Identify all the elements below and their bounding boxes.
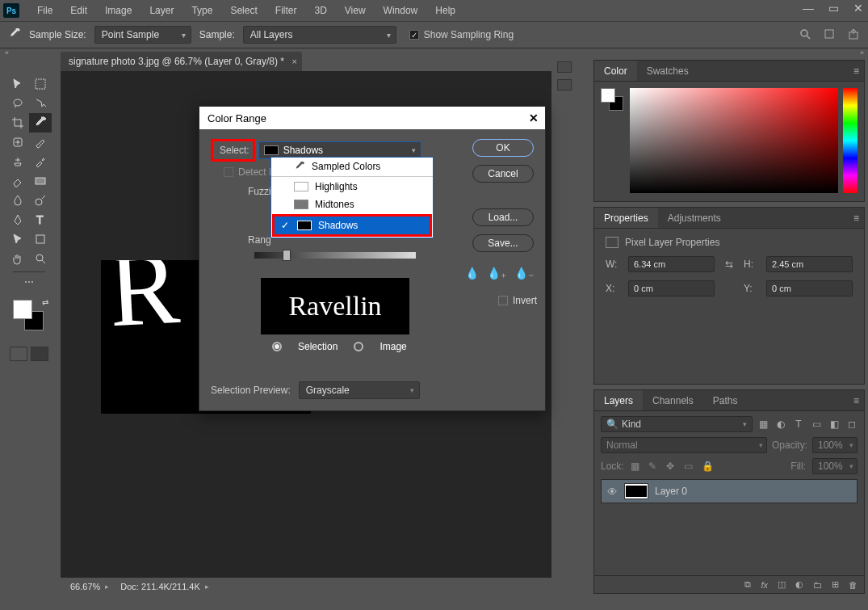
standard-mode-icon[interactable] <box>10 347 27 361</box>
layer-thumbnail[interactable] <box>624 483 648 499</box>
search-icon[interactable] <box>799 27 811 43</box>
filter-type-icon[interactable]: T <box>793 419 804 430</box>
menu-edit[interactable]: Edit <box>62 2 95 19</box>
selection-preview[interactable]: Ravellin <box>261 278 409 334</box>
menu-filter[interactable]: Filter <box>267 2 305 19</box>
lock-artboard-icon[interactable]: ▭ <box>684 461 695 472</box>
type-tool-icon[interactable]: T <box>29 210 52 229</box>
menu-window[interactable]: Window <box>375 2 426 19</box>
menu-help[interactable]: Help <box>427 2 463 19</box>
selection-preview-select[interactable]: Grayscale <box>299 381 420 399</box>
lock-transparent-icon[interactable]: ▦ <box>631 461 642 472</box>
shape-tool-icon[interactable] <box>29 229 52 249</box>
pen-tool-icon[interactable] <box>6 210 29 229</box>
filter-toggle-icon[interactable]: ◻ <box>846 419 858 430</box>
path-select-tool-icon[interactable] <box>6 229 29 249</box>
document-tab[interactable]: signature photo 3.jpg @ 66.7% (Layer 0, … <box>61 52 302 71</box>
clone-stamp-tool-icon[interactable] <box>6 152 29 171</box>
panel-menu-icon[interactable]: ≡ <box>853 395 859 406</box>
menu-view[interactable]: View <box>337 2 374 19</box>
range-slider[interactable] <box>254 252 416 259</box>
show-sampling-ring-checkbox[interactable]: ✓ <box>409 30 419 40</box>
foreground-background-colors[interactable]: ⇄ <box>13 300 45 332</box>
ok-button[interactable]: OK <box>472 139 534 157</box>
menu-3d[interactable]: 3D <box>306 2 334 19</box>
y-input[interactable]: 0 cm <box>766 280 853 297</box>
new-adjustment-icon[interactable]: ◐ <box>795 579 803 590</box>
link-wh-icon[interactable]: ⇆ <box>721 259 737 270</box>
quickmask-mode-icon[interactable] <box>31 347 48 361</box>
sample-select[interactable]: All Layers <box>243 26 396 44</box>
move-tool-icon[interactable] <box>6 74 29 94</box>
dodge-tool-icon[interactable] <box>29 191 52 210</box>
save-button[interactable]: Save... <box>472 234 534 252</box>
image-radio[interactable] <box>354 342 363 351</box>
window-close-icon[interactable]: ✕ <box>853 2 863 15</box>
edit-toolbar-icon[interactable]: ⋯ <box>18 272 40 292</box>
layer-name[interactable]: Layer 0 <box>655 486 687 497</box>
new-group-icon[interactable]: 🗀 <box>813 580 822 590</box>
filter-adjust-icon[interactable]: ◐ <box>775 419 786 430</box>
color-picker-field[interactable] <box>630 88 838 193</box>
cancel-button[interactable]: Cancel <box>472 165 534 183</box>
add-mask-icon[interactable]: ◫ <box>778 579 786 590</box>
window-maximize-icon[interactable]: ▭ <box>828 2 839 15</box>
filter-shape-icon[interactable]: ▭ <box>811 419 822 430</box>
lock-paint-icon[interactable]: ✎ <box>648 461 660 472</box>
menu-layer[interactable]: Layer <box>141 2 182 19</box>
panel-menu-icon[interactable]: ≡ <box>853 212 859 224</box>
filter-smartobj-icon[interactable]: ◧ <box>828 419 840 430</box>
crop-tool-icon[interactable] <box>6 113 29 133</box>
eyedropper-icon[interactable]: 💧 <box>465 267 479 280</box>
blend-mode-select[interactable]: Normal <box>601 437 767 453</box>
panel-tab-paths[interactable]: Paths <box>703 390 748 410</box>
layer-filter-kind[interactable]: 🔍Kind <box>601 416 753 432</box>
dropdown-item-sampled[interactable]: Sampled Colors <box>271 158 433 175</box>
eraser-tool-icon[interactable] <box>6 171 29 191</box>
panel-tab-swatches[interactable]: Swatches <box>637 61 698 81</box>
eyedropper-tool-icon[interactable] <box>29 113 52 133</box>
dialog-close-icon[interactable]: ✕ <box>529 111 539 124</box>
lasso-tool-icon[interactable] <box>6 94 29 113</box>
history-brush-tool-icon[interactable] <box>29 152 52 171</box>
panel-menu-icon[interactable]: ≡ <box>853 65 859 77</box>
filter-pixel-icon[interactable]: ▦ <box>757 419 769 430</box>
panel-tab-layers[interactable]: Layers <box>594 390 643 410</box>
menu-file[interactable]: File <box>29 2 61 19</box>
brush-tool-icon[interactable] <box>29 133 52 152</box>
swap-colors-icon[interactable]: ⇄ <box>42 298 48 307</box>
width-input[interactable]: 6.34 cm <box>628 256 715 272</box>
lock-position-icon[interactable]: ✥ <box>666 461 677 472</box>
dropdown-item-highlights[interactable]: Highlights <box>271 178 433 196</box>
quickshare-icon[interactable] <box>823 27 836 43</box>
height-input[interactable]: 2.45 cm <box>766 256 853 272</box>
panel-tab-color[interactable]: Color <box>594 61 637 81</box>
quick-select-tool-icon[interactable] <box>29 94 52 113</box>
selection-radio[interactable] <box>272 342 282 351</box>
fill-input[interactable]: 100% <box>812 458 858 474</box>
lock-all-icon[interactable]: 🔒 <box>702 461 713 472</box>
layer-row[interactable]: Layer 0 <box>601 479 858 503</box>
history-panel-icon[interactable] <box>557 61 572 73</box>
collapse-right-icon[interactable]: » <box>860 48 863 58</box>
load-button[interactable]: Load... <box>472 208 534 226</box>
link-layers-icon[interactable]: ⧉ <box>744 579 751 590</box>
close-tab-icon[interactable]: × <box>292 57 297 66</box>
sample-size-select[interactable]: Point Sample <box>94 26 191 44</box>
layer-fx-icon[interactable]: fx <box>761 580 768 590</box>
eyedropper-minus-icon[interactable]: 💧₋ <box>514 267 534 280</box>
panel-tab-properties[interactable]: Properties <box>594 208 658 228</box>
zoom-tool-icon[interactable] <box>29 249 52 268</box>
share-icon[interactable] <box>847 27 860 43</box>
layer-visibility-icon[interactable] <box>606 486 618 497</box>
hue-slider[interactable] <box>843 88 858 193</box>
dialog-titlebar[interactable]: Color Range ✕ <box>199 107 545 129</box>
menu-type[interactable]: Type <box>183 2 220 19</box>
new-layer-icon[interactable]: ⊞ <box>832 579 839 590</box>
doc-info[interactable]: Doc: 211.4K/211.4K▸ <box>120 582 208 591</box>
delete-layer-icon[interactable]: 🗑 <box>849 580 858 590</box>
menu-image[interactable]: Image <box>97 2 140 19</box>
healing-brush-tool-icon[interactable] <box>6 133 29 152</box>
hand-tool-icon[interactable] <box>6 249 29 268</box>
eyedropper-plus-icon[interactable]: 💧₊ <box>487 267 506 280</box>
